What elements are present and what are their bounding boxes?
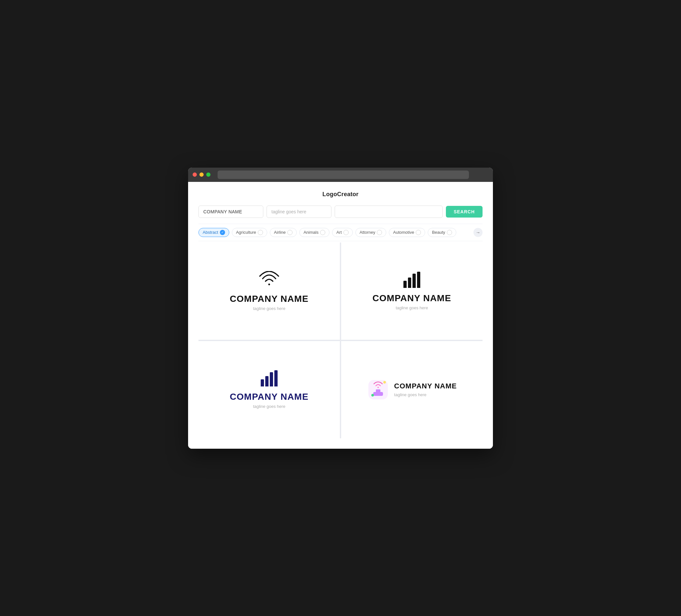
- check-icon-agriculture: [258, 230, 263, 235]
- tagline-input[interactable]: [267, 206, 331, 218]
- category-chip-automotive[interactable]: Automotive: [389, 228, 425, 237]
- minimize-button[interactable]: [199, 173, 204, 177]
- category-label-attorney: Attorney: [360, 230, 375, 235]
- check-icon-abstract: ✓: [220, 230, 225, 235]
- category-label-art: Art: [336, 230, 342, 235]
- close-button[interactable]: [193, 173, 197, 177]
- category-label-automotive: Automotive: [393, 230, 414, 235]
- bar-chart-icon-black: [403, 272, 420, 288]
- check-icon-attorney: [377, 230, 382, 235]
- bar-chart-icon-navy: [261, 370, 278, 386]
- app-window: LogoCreator SEARCH Abstract ✓ Agricultur…: [188, 168, 493, 449]
- logo-1-tagline: tagline goes here: [253, 306, 285, 311]
- logo-4-text: COMPANY NAME tagline goes here: [394, 382, 457, 397]
- logo-2-company-name: COMPANY NAME: [373, 293, 451, 304]
- category-chip-abstract[interactable]: Abstract ✓: [199, 228, 229, 237]
- logo-card-2[interactable]: COMPANY NAME tagline goes here: [341, 242, 482, 340]
- address-bar[interactable]: [218, 171, 469, 179]
- app-title: LogoCreator: [322, 191, 358, 198]
- logo-grid: COMPANY NAME tagline goes here COMPANY N…: [199, 242, 482, 438]
- category-chip-beauty[interactable]: Beauty: [428, 228, 456, 237]
- category-chip-animals[interactable]: Animals: [299, 228, 329, 237]
- search-bar: SEARCH: [199, 206, 482, 218]
- check-icon-beauty: [447, 230, 452, 235]
- company-name-input[interactable]: [199, 206, 263, 218]
- search-button[interactable]: SEARCH: [446, 206, 482, 217]
- check-icon-automotive: [416, 230, 421, 235]
- category-label-beauty: Beauty: [432, 230, 445, 235]
- wifi-icon: [258, 271, 280, 288]
- category-chip-art[interactable]: Art: [332, 228, 353, 237]
- logo-4-company-name: COMPANY NAME: [394, 382, 457, 390]
- category-label-airline: Airline: [274, 230, 286, 235]
- svg-rect-3: [376, 389, 380, 393]
- check-icon-airline: [287, 230, 293, 235]
- logo-card-4[interactable]: COMPANY NAME tagline goes here: [341, 341, 482, 438]
- category-chip-airline[interactable]: Airline: [270, 228, 297, 237]
- logo-4-tagline: tagline goes here: [394, 392, 457, 397]
- category-label-abstract: Abstract: [203, 230, 218, 235]
- svg-point-4: [377, 387, 379, 388]
- check-icon-art: [344, 230, 349, 235]
- category-label-agriculture: Agriculture: [236, 230, 256, 235]
- svg-point-6: [371, 394, 374, 396]
- logo-card-3[interactable]: COMPANY NAME tagline goes here: [199, 341, 340, 438]
- category-next-arrow[interactable]: →: [474, 228, 482, 237]
- category-chip-attorney[interactable]: Attorney: [355, 228, 386, 237]
- logo-3-company-name: COMPANY NAME: [230, 392, 309, 402]
- category-bar: Abstract ✓ Agriculture Airline Animals A…: [199, 224, 482, 241]
- maximize-button[interactable]: [206, 173, 210, 177]
- svg-point-0: [268, 284, 270, 285]
- check-icon-animals: [320, 230, 325, 235]
- colorful-logo-row: COMPANY NAME tagline goes here: [367, 378, 457, 401]
- logo-card-1[interactable]: COMPANY NAME tagline goes here: [199, 242, 340, 340]
- svg-point-5: [383, 381, 386, 384]
- logo-1-company-name: COMPANY NAME: [230, 294, 309, 304]
- category-chip-agriculture[interactable]: Agriculture: [232, 228, 267, 237]
- colorful-wifi-icon: [367, 378, 389, 401]
- titlebar: [188, 168, 493, 182]
- app-content: LogoCreator SEARCH Abstract ✓ Agricultur…: [188, 182, 493, 449]
- logo-3-tagline: tagline goes here: [253, 404, 285, 409]
- logo-2-tagline: tagline goes here: [396, 305, 428, 310]
- app-header: LogoCreator: [199, 191, 482, 198]
- category-label-animals: Animals: [304, 230, 319, 235]
- industry-input[interactable]: [335, 206, 443, 218]
